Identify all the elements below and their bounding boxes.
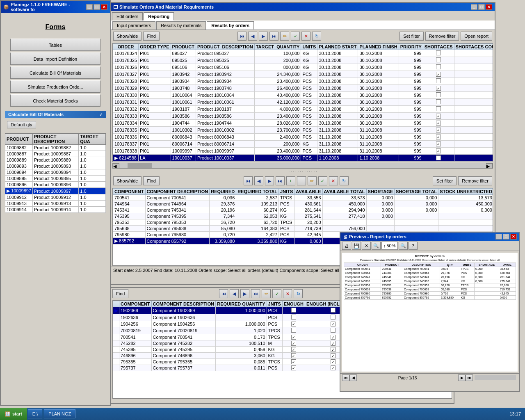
lp-product-cell: 10009912 bbox=[5, 194, 33, 201]
tab-results-orders[interactable]: Results by orders bbox=[207, 21, 254, 30]
shortage-count-cell: 1 bbox=[454, 127, 493, 134]
orders-scrollbar[interactable]: ◀ ▶ bbox=[112, 163, 493, 169]
sim-close-btn[interactable]: ✕ bbox=[486, 4, 492, 10]
preview-window: 🖨 Preview - Report by orders _ □ ✕ 🖨 💾 ✕… bbox=[340, 232, 520, 392]
preview-scrollbar[interactable] bbox=[475, 375, 516, 380]
cancel-btn-1[interactable]: ✕ bbox=[301, 32, 310, 41]
bottom-req-qty-cell: 1.000,000 bbox=[216, 321, 267, 327]
remove-filter-btn-1[interactable]: Remove filter bbox=[425, 32, 459, 41]
taskbar-item-planingz[interactable]: PLANINGZ bbox=[44, 409, 75, 418]
remove-filter-btn-2[interactable]: Remove filter bbox=[458, 176, 492, 185]
preview-print-btn[interactable]: 🖨 bbox=[342, 242, 351, 250]
order-cell: 100178324 bbox=[113, 50, 139, 57]
bottom-comp-desc-cell: Component 795737 bbox=[151, 365, 216, 371]
shortage-count-cell: 1 bbox=[454, 85, 493, 92]
cancel-btn-3[interactable]: ✕ bbox=[283, 289, 292, 298]
tab-input-params[interactable]: Input parameters bbox=[112, 21, 155, 30]
refresh-btn-1[interactable]: ↻ bbox=[312, 32, 321, 41]
tab-edit-orders[interactable]: Edit orders bbox=[112, 12, 143, 21]
bottom-units-cell: TPCS bbox=[267, 327, 282, 334]
tables-button[interactable]: Tables bbox=[10, 39, 100, 51]
prev-td: KG bbox=[460, 296, 474, 300]
nav-last-btn-1[interactable]: ⏭ bbox=[269, 32, 278, 41]
start-button[interactable]: 🪟 start bbox=[0, 408, 27, 420]
planned-finish-cell: 30.10.2008 bbox=[358, 113, 399, 120]
ok-btn-1[interactable]: ✓ bbox=[291, 32, 300, 41]
shortage-count-cell: 1 bbox=[454, 148, 493, 155]
target-qty-cell: 800,000 bbox=[254, 64, 301, 71]
data-import-button[interactable]: Data Import Definition bbox=[10, 52, 100, 65]
scroll-right-btn[interactable]: ▶ bbox=[486, 163, 493, 168]
preview-save-btn[interactable]: 💾 bbox=[352, 242, 361, 250]
tab-results-materials[interactable]: Results by materials bbox=[156, 21, 206, 30]
add-btn-2[interactable]: + bbox=[286, 176, 295, 185]
prev-td: Component 795638 bbox=[403, 288, 440, 292]
nav-prev-btn-3[interactable]: ◀ bbox=[230, 289, 239, 298]
simulate-titlebar: 🗔 Simulate Orders And Material Requireme… bbox=[111, 3, 495, 11]
units-cell: KG bbox=[279, 213, 294, 219]
edit-btn-3[interactable]: ✏ bbox=[262, 289, 271, 298]
th-b-enough: ENOUGH bbox=[282, 301, 305, 307]
prev-page-last-btn[interactable]: ⏭ bbox=[466, 374, 473, 381]
preview-close-btn[interactable]: ✕ bbox=[510, 234, 517, 240]
product-cell: 1903187 bbox=[171, 106, 196, 113]
sim-maximize-btn[interactable]: □ bbox=[478, 4, 485, 10]
prev-page-next-btn[interactable]: ▶ bbox=[458, 374, 466, 381]
cancel-btn-2[interactable]: ✕ bbox=[329, 176, 338, 185]
check-stocks-button[interactable]: Check Material Stocks bbox=[10, 94, 100, 107]
edit-btn-1[interactable]: ✏ bbox=[280, 32, 289, 41]
find-btn-3[interactable]: Find bbox=[112, 289, 128, 298]
bottom-enough-cell bbox=[282, 314, 305, 321]
planned-finish-cell: 30.10.2008 bbox=[358, 71, 399, 78]
refresh-btn-2[interactable]: ↻ bbox=[340, 176, 349, 185]
nav-next-btn-2[interactable]: ▶ bbox=[265, 176, 274, 185]
forms-title[interactable]: Forms bbox=[5, 17, 106, 37]
prev-page-first-btn[interactable]: ⏮ bbox=[342, 374, 349, 381]
open-report-btn[interactable]: Open report bbox=[461, 32, 492, 41]
show-hide-btn-1[interactable]: Show/hide bbox=[113, 32, 142, 41]
nav-first-btn-2[interactable]: ⏮ bbox=[244, 176, 253, 185]
nav-last-btn-2[interactable]: ⏭ bbox=[276, 176, 285, 185]
prev-page-prev-btn[interactable]: ◀ bbox=[349, 374, 357, 381]
preview-close-icon-btn[interactable]: ✕ bbox=[362, 242, 371, 250]
set-filter-btn-1[interactable]: Set filter bbox=[399, 32, 423, 41]
planned-finish-cell: 30.10.2008 bbox=[358, 120, 399, 127]
bottom-req-qty-cell: 0,085 bbox=[216, 359, 267, 365]
preview-maximize-btn[interactable]: □ bbox=[503, 234, 509, 240]
nav-prev-btn-2[interactable]: ◀ bbox=[254, 176, 263, 185]
tab-reporting[interactable]: Reporting bbox=[144, 12, 174, 21]
preview-help-btn[interactable]: ? bbox=[409, 242, 418, 250]
product-desc-cell: Product 80006843 bbox=[196, 134, 254, 141]
set-filter-btn-2[interactable]: Set filter bbox=[433, 176, 457, 185]
minimize-btn[interactable]: _ bbox=[86, 4, 93, 10]
nav-first-btn-3[interactable]: ⏮ bbox=[219, 289, 228, 298]
sim-prod-button[interactable]: Simulate Production Orde... bbox=[10, 80, 100, 93]
priority-cell: 999 bbox=[399, 106, 423, 113]
units-cell: PCS bbox=[301, 71, 317, 78]
maximize-btn[interactable]: □ bbox=[94, 4, 100, 10]
nav-next-btn-1[interactable]: ▶ bbox=[259, 32, 268, 41]
find-btn-1[interactable]: Find bbox=[143, 32, 159, 41]
preview-minimize-btn[interactable]: _ bbox=[495, 234, 502, 240]
refresh-btn-3[interactable]: ↻ bbox=[294, 289, 303, 298]
preview-zoom-btn[interactable]: 🔍 bbox=[372, 242, 381, 250]
ok-btn-3[interactable]: ✓ bbox=[272, 289, 281, 298]
scroll-left-btn[interactable]: ◀ bbox=[113, 163, 119, 168]
nav-prev-btn-1[interactable]: ◀ bbox=[248, 32, 257, 41]
sim-minimize-btn[interactable]: _ bbox=[471, 4, 477, 10]
calc-bom-button[interactable]: Calculate Bill Of Materials bbox=[10, 66, 100, 79]
taskbar-item-explorer[interactable]: E:\ bbox=[28, 409, 42, 418]
nav-last-btn-3[interactable]: ⏭ bbox=[251, 289, 260, 298]
preview-search-btn[interactable]: 🔍 bbox=[399, 242, 408, 250]
lp-qty-cell: 1.0 bbox=[79, 201, 106, 207]
default-qty-button[interactable]: Default qty bbox=[7, 121, 36, 128]
scroll-thumb[interactable] bbox=[128, 163, 152, 168]
nav-first-btn-1[interactable]: ⏮ bbox=[237, 32, 247, 41]
find-btn-2[interactable]: Find bbox=[143, 176, 159, 185]
remove-btn-2[interactable]: − bbox=[297, 176, 306, 185]
edit-btn-2[interactable]: ✏ bbox=[308, 176, 317, 185]
show-hide-btn-2[interactable]: Show/hide bbox=[113, 176, 142, 185]
ok-btn-2[interactable]: ✓ bbox=[318, 176, 327, 185]
close-btn[interactable]: ✕ bbox=[101, 4, 107, 10]
nav-next-btn-3[interactable]: ▶ bbox=[240, 289, 249, 298]
